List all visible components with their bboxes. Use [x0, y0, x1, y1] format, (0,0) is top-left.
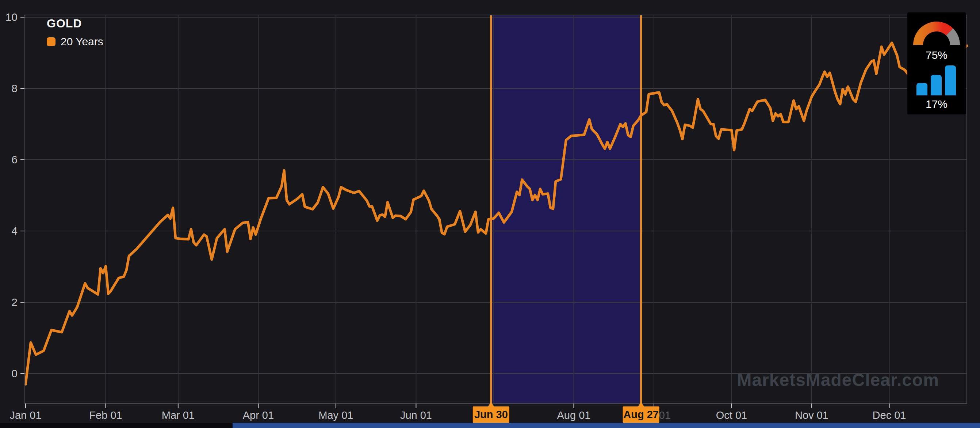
badge-date-label: Jun 30: [474, 409, 508, 420]
gauge-value-label: 75%: [907, 49, 966, 61]
gauge-arc-filled: [918, 27, 950, 45]
x-tick-label: Apr 01: [243, 409, 274, 421]
y-tick-label: 2: [11, 296, 18, 308]
gauge-arc-rest: [950, 32, 955, 45]
bar-icon: [916, 83, 928, 96]
bars-value-label: 17%: [907, 98, 966, 110]
y-tick-label: 10: [5, 11, 18, 23]
watermark: MarketsMadeClear.com: [737, 370, 939, 390]
badge-date-label: Aug 27: [623, 409, 659, 420]
y-tick-label: 0: [11, 367, 18, 379]
bar-icon: [945, 65, 956, 96]
x-tick-label: Nov 01: [795, 409, 829, 421]
stats-widget: 75% 17%: [907, 13, 966, 114]
x-tick-label: Aug 01: [557, 409, 591, 421]
chart-legend: GOLD 20 Years: [47, 17, 103, 48]
legend-item-20-years[interactable]: 20 Years: [47, 35, 103, 48]
bottom-blue-scrollbar[interactable]: [232, 423, 980, 428]
x-tick-label: May 01: [318, 409, 353, 421]
x-tick-label: Dec 01: [873, 409, 906, 421]
chart-canvas: 0246810Jan 01Feb 01Mar 01Apr 01May 01Jun…: [0, 0, 980, 428]
range-start-badge[interactable]: Jun 30: [473, 402, 509, 423]
x-tick-label: Oct 01: [716, 409, 747, 421]
series-swatch-icon: [47, 37, 56, 46]
y-tick-label: 6: [11, 153, 18, 166]
x-tick-label: Jan 01: [10, 409, 41, 421]
chart-title: GOLD: [47, 17, 103, 30]
bar-icon: [931, 75, 942, 96]
seasonality-chart: 0246810Jan 01Feb 01Mar 01Apr 01May 01Jun…: [0, 0, 980, 428]
series-label: 20 Years: [60, 35, 103, 48]
y-tick-label: 8: [11, 82, 18, 94]
x-tick-label: Jun 01: [400, 409, 432, 421]
y-tick-label: 4: [11, 225, 18, 237]
x-tick-label: Feb 01: [89, 409, 122, 421]
return-bars-icon: [907, 60, 966, 98]
x-tick-label: Mar 01: [162, 409, 195, 421]
